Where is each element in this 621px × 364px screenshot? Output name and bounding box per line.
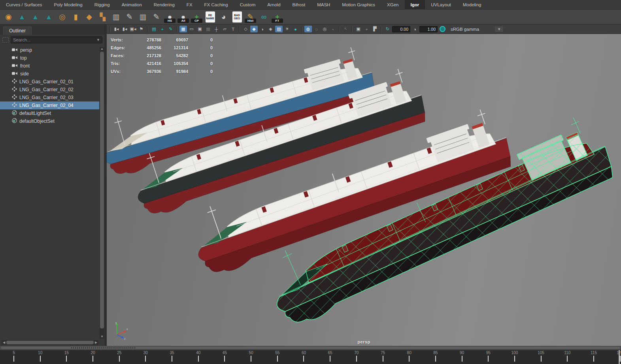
grid-panel-shelf-icon[interactable]: ▥ [110, 11, 122, 23]
outliner-item-front[interactable]: front [0, 62, 99, 70]
menu-xgen[interactable]: XGen [381, 0, 404, 9]
outliner-item-lng-gas-carrier-02-02[interactable]: LNG_Gas_Carrier_02_02 [0, 86, 99, 94]
depth-of-field-icon[interactable]: ▪ [329, 26, 337, 32]
menu-igor[interactable]: Igor [405, 0, 425, 9]
pane-layout-icon[interactable]: ▛ [371, 26, 379, 32]
freeze-transform-shelf-icon[interactable]: +FT [271, 11, 283, 23]
ssao-icon[interactable]: ◍ [304, 26, 312, 32]
menu-arnold[interactable]: Arnold [261, 0, 286, 9]
wire-on-shaded-icon[interactable]: ◈ [267, 26, 274, 32]
lowpoly-crown-shelf-icon-1[interactable]: ▲ [16, 11, 28, 23]
lowpoly-crown-shelf-icon-3[interactable]: ▲ [43, 11, 55, 23]
exposure-field[interactable] [392, 26, 410, 32]
wireframe-icon[interactable]: ◇ [242, 26, 249, 32]
timeline-range-strip[interactable] [0, 346, 621, 350]
menu-uvlayout[interactable]: UVLayout [425, 0, 457, 9]
menu-motion-graphics[interactable]: Motion Graphics [336, 0, 381, 9]
diamond-layout-shelf-icon[interactable]: ◆ [83, 11, 95, 23]
camera-attributes-icon[interactable]: ▣◂ [129, 26, 137, 32]
squares-shelf-icon[interactable]: ▚ [96, 11, 109, 23]
gate-mask-icon[interactable]: ▩ [204, 26, 212, 32]
hypershade-shelf-icon[interactable]: ●HS [164, 11, 176, 23]
cylinder-shelf-icon[interactable]: ▮ [70, 11, 82, 23]
menu-fx-caching[interactable]: FX Caching [198, 0, 234, 9]
bookmark-icon[interactable]: ⚑ [138, 26, 145, 32]
grid-icon[interactable]: ▦ [179, 26, 187, 32]
textured-icon[interactable]: ◑ [259, 26, 266, 32]
outliner-item-lng-gas-carrier-02-03[interactable]: LNG_Gas_Carrier_02_03 [0, 94, 99, 101]
snapshot-icon[interactable]: ▣ [355, 26, 362, 32]
safe-title-icon[interactable]: T [229, 26, 237, 32]
outliner-item-defaultlightset[interactable]: defaultLightSet [0, 109, 99, 117]
refresh-icon[interactable]: ↻ [384, 26, 391, 32]
safe-action-icon[interactable]: ▱ [221, 26, 228, 32]
viewport-canvas[interactable]: Verts:278788696970Edges:4852561213140Fac… [107, 34, 621, 346]
curve-pen-shelf-icon[interactable]: ✎ [123, 11, 136, 23]
anti-aliasing-icon[interactable]: ◎ [321, 26, 328, 32]
contrast-icon[interactable]: ◑ [411, 26, 419, 32]
scroll-right-icon[interactable]: ▶ [94, 341, 98, 344]
menu-animation[interactable]: Animation [116, 0, 148, 9]
gamma-icon[interactable] [440, 26, 445, 32]
outliner-horizontal-scrollbar[interactable]: ◀ ▶ [2, 340, 98, 345]
timeline-resize-grip[interactable] [71, 347, 136, 349]
outliner-item-lng-gas-carrier-02-04[interactable]: LNG_Gas_Carrier_02_04 [0, 101, 99, 109]
menu-fx[interactable]: FX [181, 0, 198, 9]
film-gate-icon[interactable]: ▭ [188, 26, 195, 32]
history-shelf-icon[interactable]: ✎Hist [244, 11, 257, 23]
lowpoly-crown-shelf-icon-2[interactable]: ▲ [29, 11, 42, 23]
multi-pane-icon[interactable]: ▫ [363, 26, 370, 32]
grease-pencil-icon[interactable]: ✎ [167, 26, 174, 32]
hud-row-edges: Edges:4852561213140 [111, 44, 213, 52]
menu-modeling[interactable]: Modeling [457, 0, 487, 9]
outliner-item-persp[interactable]: persp [0, 46, 99, 54]
menu-rendering[interactable]: Rendering [148, 0, 181, 9]
view-transform-dropdown[interactable]: sRGB gamma ▼ [447, 26, 506, 32]
bad-geo-shelf-icon[interactable]: BAD GEO [231, 11, 243, 23]
gamma-field[interactable] [419, 26, 438, 32]
freeze-hook-shelf-icon[interactable]: ∞ [258, 11, 270, 23]
dashed-pen-shelf-icon[interactable]: ✎ [150, 11, 162, 23]
menu-mash[interactable]: MASH [311, 0, 336, 9]
vertical-scroll-thumb[interactable] [100, 52, 104, 328]
search-input[interactable] [11, 38, 94, 42]
checker-icon[interactable]: ▨ [275, 26, 283, 32]
select-camera-icon[interactable]: ▮◂ [113, 26, 120, 32]
filter-icon[interactable] [2, 37, 9, 43]
outliner-item-side[interactable]: side [0, 70, 99, 78]
outliner-vertical-scrollbar[interactable]: ▲ ▼ [100, 47, 104, 339]
motion-blur-icon[interactable]: ◌ [313, 26, 320, 32]
scroll-left-icon[interactable]: ◀ [2, 341, 6, 344]
scroll-down-icon[interactable]: ▼ [100, 335, 104, 339]
smooth-shade-icon[interactable]: ◆ [250, 26, 258, 32]
lights-icon[interactable]: ☀ [283, 26, 291, 32]
menu-curves-surfaces[interactable]: Curves / Surfaces [0, 0, 48, 9]
center-pivot-shelf-icon[interactable]: +CP [191, 11, 203, 23]
rename-shelf-icon[interactable]: RE NAME [204, 11, 216, 23]
outliner-tab[interactable]: Outliner [3, 26, 32, 35]
time-slider[interactable]: 5101520253035404550556065707580859095100… [0, 350, 621, 364]
isolate-select-icon[interactable]: ↖ [342, 26, 349, 32]
material-ball-shelf-icon[interactable]: ◕ [217, 11, 230, 23]
menu-poly-modeling[interactable]: Poly Modeling [48, 0, 88, 9]
retopo-sphere-shelf-icon[interactable]: ◎ [56, 11, 68, 23]
search-filter-caret-icon[interactable]: ▼ [94, 38, 102, 42]
menu-bifrost[interactable]: Bifrost [287, 0, 311, 9]
lock-camera-icon[interactable]: ▮◂ [121, 26, 128, 32]
outliner-search-box[interactable]: ▼ [11, 36, 102, 43]
menu-rigging[interactable]: Rigging [89, 0, 116, 9]
poly-sphere-shelf-icon[interactable]: ◉ [2, 11, 15, 23]
resolution-gate-icon[interactable]: ▣ [196, 26, 204, 32]
all-materials-shelf-icon[interactable]: ●All [177, 11, 189, 23]
image-plane-icon[interactable]: ▤ [150, 26, 158, 32]
outliner-item-top[interactable]: top [0, 54, 99, 62]
scroll-up-icon[interactable]: ▲ [100, 47, 104, 51]
shadows-icon[interactable]: ● [292, 26, 299, 32]
outliner-item-lng-gas-carrier-02-01[interactable]: LNG_Gas_Carrier_02_01 [0, 78, 99, 86]
outliner-item-defaultobjectset[interactable]: defaultObjectSet [0, 117, 99, 125]
horizontal-scroll-thumb[interactable] [6, 341, 94, 344]
panels-shelf-icon[interactable]: ▥ [137, 11, 149, 23]
pan-zoom-icon[interactable]: + [159, 26, 166, 32]
menu-custom[interactable]: Custom [234, 0, 262, 9]
field-chart-icon[interactable]: ┼ [213, 26, 220, 32]
